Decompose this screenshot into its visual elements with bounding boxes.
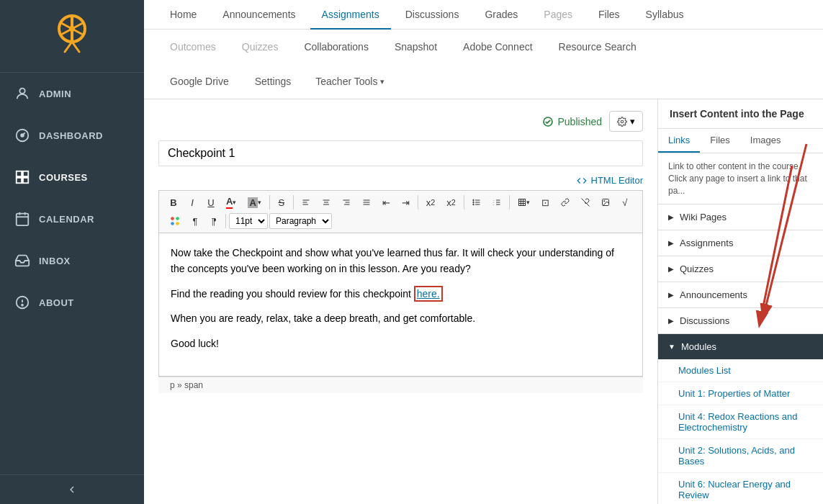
link-here[interactable]: here.	[414, 286, 443, 302]
calendar-icon	[14, 211, 30, 227]
unlink-button[interactable]	[576, 194, 595, 211]
breadcrumb: p » span	[170, 380, 203, 390]
canvas-logo-icon	[54, 14, 90, 58]
align-center-icon	[322, 198, 330, 207]
numbered-list-icon: 1.2.3.	[493, 198, 501, 207]
module-list-item-3[interactable]: Unit 2: Solutions, Acids, and Bases	[658, 439, 823, 473]
link-icon	[561, 198, 570, 207]
svg-point-24	[621, 120, 624, 123]
right-panel-scroll[interactable]: ▶ Wiki Pages ▶ Assignments ▶ Quizzes	[658, 204, 823, 504]
settings-button[interactable]: ▾	[609, 111, 643, 132]
right-panel-tab-images[interactable]: Images	[740, 129, 791, 153]
chevron-down-icon2: ▾	[630, 116, 635, 127]
font-color-button[interactable]: A ▾	[221, 194, 241, 211]
tertiary-nav-row: Google Drive Settings Teacher Tools ▾	[144, 64, 823, 99]
accordion-header-wiki-pages[interactable]: ▶ Wiki Pages	[658, 204, 823, 230]
module-list-item-4[interactable]: Unit 6: Nuclear Energy and Review	[658, 473, 823, 504]
right-panel-tab-links[interactable]: Links	[658, 129, 700, 153]
link-button[interactable]	[556, 194, 575, 211]
module-list-item-2[interactable]: Unit 4: Redox Reactions and Electrochemi…	[658, 405, 823, 439]
accordion-body-modules: Modules List Unit 1: Properties of Matte…	[658, 359, 823, 504]
nav-tab-snapshot[interactable]: Snapshot	[383, 32, 449, 61]
svg-point-42	[473, 204, 475, 205]
toolbar-separator5	[509, 195, 510, 210]
accordion-header-assignments[interactable]: ▶ Assignments	[658, 230, 823, 256]
svg-line-2	[65, 42, 72, 52]
svg-point-9	[19, 89, 24, 94]
right-panel-tab-files[interactable]: Files	[700, 129, 739, 153]
nav-tab-discussions[interactable]: Discussions	[394, 0, 471, 29]
toolbar-separator2	[293, 195, 294, 210]
nav-tab-teacher-tools[interactable]: Teacher Tools ▾	[305, 70, 395, 93]
sidebar-item-label: DASHBOARD	[39, 130, 103, 141]
color-picker-button[interactable]	[165, 212, 185, 230]
align-left-button[interactable]	[297, 194, 315, 211]
sidebar-item-admin[interactable]: ADMIN	[0, 73, 144, 114]
accordion-header-announcements[interactable]: ▶ Announcements	[658, 282, 823, 307]
dropdown-arrow-icon: ▾	[258, 199, 261, 206]
right-panel-description: Link to other content in the course. Cli…	[658, 153, 823, 204]
right-panel: Insert Content into the Page Links Files…	[657, 99, 823, 504]
nav-tab-google-drive[interactable]: Google Drive	[158, 67, 240, 96]
chevron-right-icon: ▶	[668, 317, 674, 325]
sidebar-item-courses[interactable]: COURSES	[0, 156, 144, 198]
svg-rect-15	[23, 178, 28, 183]
editor-content[interactable]: Now take the Checkpoint and show what yo…	[158, 233, 643, 377]
sidebar-item-inbox[interactable]: INBOX	[0, 240, 144, 282]
dir-ltr-button[interactable]: ¶	[186, 212, 204, 230]
align-center-button[interactable]	[317, 194, 336, 211]
font-size-select[interactable]: 11pt 12pt 14pt	[229, 213, 268, 229]
indent-button[interactable]: ⇥	[397, 194, 415, 211]
numbered-list-button[interactable]: 1.2.3.	[487, 194, 506, 211]
nav-tab-quizzes: Quizzes	[230, 32, 290, 61]
toolbar-separator3	[418, 195, 418, 210]
align-justify-button[interactable]	[357, 194, 376, 211]
bullet-list-button[interactable]	[467, 194, 486, 211]
italic-button[interactable]: I	[184, 194, 201, 211]
module-list-item-0[interactable]: Modules List	[658, 359, 823, 382]
strikethrough-button[interactable]: S	[273, 194, 290, 211]
editor-panel: Published ▾ HTML Editor	[144, 99, 657, 504]
embed-button[interactable]: ⊡	[536, 194, 554, 211]
nav-tab-adobe-connect[interactable]: Adobe Connect	[451, 32, 544, 61]
nav-tab-resource-search[interactable]: Resource Search	[547, 32, 648, 61]
subscript-button[interactable]: x2	[441, 194, 461, 211]
sidebar-item-about[interactable]: ABOUT	[0, 282, 144, 323]
nav-tab-syllabus[interactable]: Syllabus	[634, 0, 696, 29]
paragraph-format-select[interactable]: Paragraph Heading 1 Heading 2	[269, 213, 332, 229]
bold-button[interactable]: B	[165, 194, 182, 211]
image-button[interactable]	[596, 194, 615, 211]
math-button[interactable]: √	[616, 194, 634, 211]
nav-tab-announcements[interactable]: Announcements	[211, 0, 307, 29]
background-color-button[interactable]: A ▾	[243, 194, 266, 211]
sidebar: ADMIN DASHBOARD COURSES CALENDAR INBOX A…	[0, 0, 144, 504]
dir-rtl-button[interactable]: ¶	[205, 212, 222, 230]
sidebar-item-calendar[interactable]: CALENDAR	[0, 198, 144, 240]
nav-tab-home[interactable]: Home	[158, 0, 208, 29]
outdent-button[interactable]: ⇤	[377, 194, 395, 211]
accordion-header-modules[interactable]: ▼ Modules	[658, 334, 823, 359]
chevron-down-icon: ▾	[380, 77, 384, 86]
sidebar-item-label: ABOUT	[39, 297, 74, 308]
underline-button[interactable]: U	[202, 194, 220, 211]
assignment-title-input[interactable]	[158, 140, 643, 166]
sidebar-item-dashboard[interactable]: DASHBOARD	[0, 114, 144, 156]
accordion-header-discussions[interactable]: ▶ Discussions	[658, 308, 823, 333]
align-right-button[interactable]	[337, 194, 356, 211]
nav-tab-assignments[interactable]: Assignments	[310, 0, 391, 29]
sidebar-collapse-btn[interactable]	[0, 474, 144, 504]
module-list-item-1[interactable]: Unit 1: Properties of Matter	[658, 382, 823, 405]
nav-tab-settings[interactable]: Settings	[243, 67, 303, 96]
accordion-wiki-pages: ▶ Wiki Pages	[658, 204, 823, 230]
html-editor-bar: HTML Editor	[158, 175, 643, 186]
nav-tab-grades[interactable]: Grades	[473, 0, 529, 29]
nav-tab-files[interactable]: Files	[587, 0, 631, 29]
superscript-button[interactable]: x2	[421, 194, 441, 211]
accordion-quizzes: ▶ Quizzes	[658, 256, 823, 282]
nav-tab-collaborations[interactable]: Collaborations	[292, 32, 380, 61]
html-editor-link[interactable]: HTML Editor	[591, 175, 643, 186]
content-paragraph-2: Find the reading you should review for t…	[171, 286, 631, 302]
table-button[interactable]: ▾	[513, 194, 535, 211]
accordion-header-quizzes[interactable]: ▶ Quizzes	[658, 256, 823, 282]
chevron-right-icon: ▶	[668, 291, 674, 299]
